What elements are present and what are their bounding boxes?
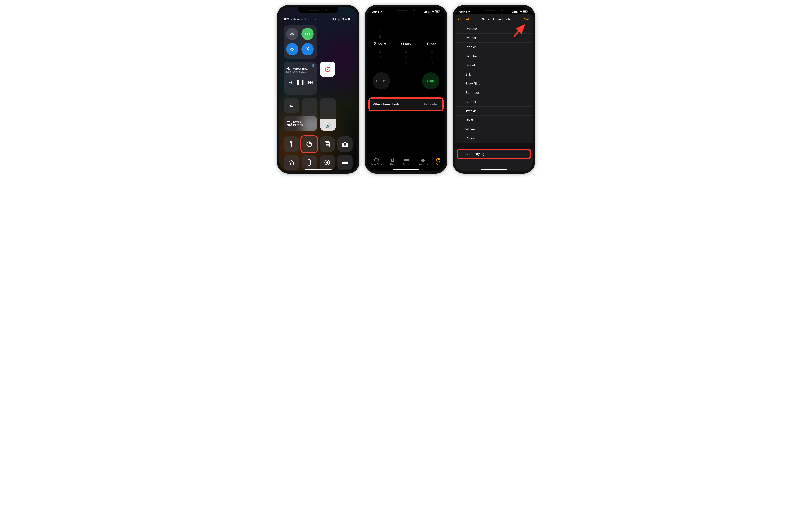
cellular-bars-icon: ▮▮▯▯ — [284, 18, 289, 21]
camera-button[interactable] — [338, 136, 353, 152]
tab-bedtime[interactable]: Bedtime — [403, 158, 410, 165]
globe-icon — [374, 158, 379, 163]
pause-button[interactable]: ❚❚ — [296, 79, 305, 85]
bluetooth-toggle[interactable] — [301, 43, 314, 55]
ringtone-item[interactable]: Silk — [455, 70, 532, 79]
phone-control-center: ▮▮▯▯ vodafone UK VPN ⦿ ➤ 🎧 56% — [277, 5, 359, 173]
headphones-icon: 🎧 — [338, 18, 341, 21]
svg-rect-11 — [326, 142, 328, 143]
timer-shortcut-button[interactable] — [301, 136, 317, 152]
bed-icon — [404, 158, 409, 163]
forward-button[interactable]: ⏭ — [308, 79, 313, 85]
calculator-icon — [325, 141, 330, 147]
ringtone-item[interactable]: Ripples — [455, 43, 532, 52]
ringtone-item[interactable]: Uplift — [455, 116, 532, 125]
remote-button[interactable] — [301, 155, 317, 170]
connectivity-module — [284, 25, 317, 59]
wifi-icon — [308, 18, 311, 21]
screen-mirroring-label: Screen Mirroring — [293, 121, 302, 127]
cancel-button[interactable]: Cancel — [373, 73, 390, 89]
ringtone-item[interactable]: Signal — [455, 61, 532, 70]
alarm-icon — [390, 158, 395, 163]
start-button[interactable]: Start — [422, 73, 439, 89]
ringtone-item[interactable]: Sencha — [455, 52, 532, 61]
svg-point-16 — [327, 145, 327, 146]
wifi-toggle[interactable] — [286, 43, 298, 55]
notch — [474, 7, 514, 13]
camera-icon — [342, 142, 348, 147]
svg-point-34 — [421, 159, 425, 162]
svg-point-17 — [328, 145, 328, 146]
cellular-data-toggle[interactable] — [301, 28, 314, 40]
svg-point-22 — [326, 161, 327, 162]
ringtone-item[interactable]: Summit — [455, 98, 532, 107]
ringtone-list[interactable]: Radiate Reflection Ripples Sencha Signal… — [455, 24, 532, 171]
svg-rect-1 — [348, 18, 350, 20]
minutes-column[interactable]: 0 min 1 2 3 — [393, 27, 419, 67]
timer-icon — [306, 141, 312, 147]
status-time: 08:45 — [459, 10, 467, 13]
media-subtitle: Dub Techno Blo... — [286, 70, 315, 73]
wallet-button[interactable] — [338, 155, 353, 170]
accessibility-icon — [324, 160, 330, 165]
screen-mirroring-button[interactable]: Screen Mirroring — [284, 116, 317, 131]
wifi-icon — [431, 10, 434, 13]
svg-rect-2 — [352, 19, 352, 20]
ringtone-item[interactable]: Radiate — [455, 24, 532, 33]
svg-rect-23 — [342, 161, 348, 164]
status-time: 08:45 — [372, 10, 379, 13]
status-bar: ▮▮▯▯ vodafone UK VPN ⦿ ➤ 🎧 56% — [284, 18, 353, 21]
rewind-button[interactable]: ⏮ — [288, 79, 293, 85]
moon-icon — [289, 102, 294, 108]
flashlight-button[interactable] — [284, 136, 299, 152]
ringtone-item[interactable]: Stargaze — [455, 88, 532, 98]
home-indicator[interactable] — [393, 169, 419, 170]
home-indicator[interactable] — [481, 169, 507, 170]
phone-timer-ends-sheet: 08:45 ➤ ▮▮▯▯ Cancel When Timer Ends Set … — [453, 5, 535, 173]
hours-column[interactable]: 0 1 2 hours 3 4 5 — [368, 27, 393, 67]
chevron-right-icon: › — [528, 136, 529, 140]
orientation-lock-toggle[interactable] — [320, 61, 335, 77]
tab-alarm[interactable]: Alarm — [390, 158, 395, 165]
battery-icon — [348, 18, 353, 21]
control-center: ▮▮▯▯ vodafone UK VPN ⦿ ➤ 🎧 56% — [280, 7, 357, 171]
ringtone-item[interactable]: Twinkle — [455, 107, 532, 116]
cancel-button[interactable]: Cancel — [458, 18, 469, 21]
orientation-lock-icon — [324, 66, 331, 73]
now-playing-module[interactable]: Vis - Forest EP... Dub Techno Blo... ⏮ ❚… — [284, 61, 317, 95]
highlight-rect — [457, 148, 531, 159]
timer-icon — [436, 158, 441, 163]
svg-rect-31 — [440, 11, 440, 12]
accessibility-button[interactable] — [320, 155, 335, 170]
notch — [298, 7, 338, 13]
home-button[interactable] — [284, 155, 299, 170]
tab-timer[interactable]: Timer — [436, 158, 441, 165]
battery-icon — [523, 10, 528, 13]
svg-point-20 — [309, 161, 310, 162]
sheet-when-timer-ends: Cancel When Timer Ends Set Radiate Refle… — [455, 15, 532, 171]
airplane-mode-toggle[interactable] — [286, 28, 298, 40]
calculator-button[interactable] — [320, 136, 335, 152]
do-not-disturb-toggle[interactable] — [284, 98, 299, 113]
ringtone-item[interactable]: Slow Rise — [455, 79, 532, 88]
battery-icon — [435, 10, 440, 13]
svg-point-14 — [328, 144, 328, 145]
svg-point-13 — [327, 144, 327, 145]
ringtone-item[interactable]: Waves — [455, 125, 532, 134]
tab-bar: World Clock Alarm Bedtime Stopwatch Time… — [367, 154, 445, 168]
screen-mirroring-icon — [287, 121, 292, 126]
time-picker[interactable]: 0 1 2 hours 3 4 5 0 min 1 2 3 0 sec 1 2 … — [367, 27, 445, 67]
airplay-icon[interactable] — [311, 63, 315, 67]
volume-slider[interactable]: 🔊 — [320, 98, 336, 131]
seconds-column[interactable]: 0 sec 1 2 3 — [419, 27, 444, 67]
tab-world-clock[interactable]: World Clock — [371, 158, 382, 165]
stopwatch-icon — [420, 158, 426, 163]
classic-row[interactable]: Classic › — [455, 134, 532, 143]
tab-stopwatch[interactable]: Stopwatch — [418, 158, 428, 165]
home-indicator[interactable] — [305, 169, 331, 170]
svg-rect-19 — [308, 160, 310, 165]
ringtone-item[interactable]: Reflection — [455, 33, 532, 43]
set-button[interactable]: Set — [524, 18, 529, 21]
media-title: Vis - Forest EP... — [286, 67, 315, 70]
svg-point-5 — [313, 64, 314, 66]
